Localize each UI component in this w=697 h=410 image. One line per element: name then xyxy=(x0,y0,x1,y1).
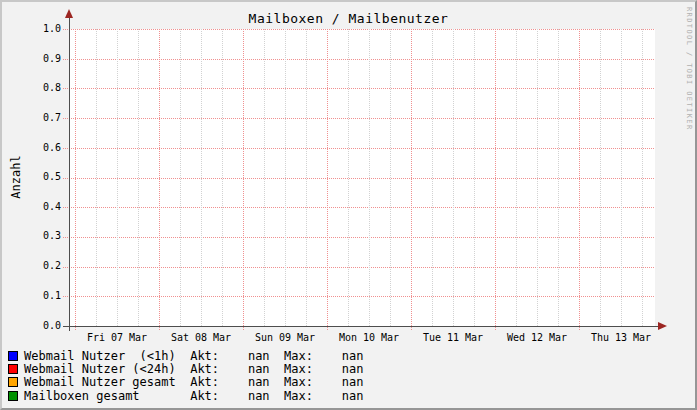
y-tick-label: 0.3 xyxy=(28,230,61,241)
x-tick-label: Sat 08 Mar xyxy=(161,332,241,343)
vgrid-major xyxy=(327,29,328,331)
hgrid xyxy=(63,118,655,119)
vgrid-minor xyxy=(348,29,349,326)
vgrid-minor xyxy=(474,29,475,326)
vgrid-minor xyxy=(96,29,97,326)
y-axis-title: Anzahl xyxy=(9,155,23,198)
legend-max-value: nan xyxy=(313,362,364,376)
legend-label: Webmail Nutzer (<1h) xyxy=(24,349,190,363)
y-tick-label: 0.4 xyxy=(28,201,61,212)
y-axis-line xyxy=(69,17,70,331)
legend-akt-value: nan xyxy=(219,375,270,389)
legend-swatch xyxy=(8,364,18,374)
vgrid-minor xyxy=(600,29,601,326)
legend-max-key: Max: xyxy=(284,362,313,376)
legend-row: Webmail Nutzer (<24h) Akt: nan Max: nan xyxy=(8,362,668,375)
legend-akt-value: nan xyxy=(219,389,270,403)
vgrid-minor xyxy=(516,29,517,326)
legend-max-key: Max: xyxy=(284,375,313,389)
hgrid xyxy=(63,148,655,149)
y-tick-label: 0.2 xyxy=(28,260,61,271)
x-tick-label: Mon 10 Mar xyxy=(329,332,409,343)
y-tick-label: 1.0 xyxy=(28,23,61,34)
legend-max-value: nan xyxy=(313,349,364,363)
vgrid-minor xyxy=(642,29,643,326)
legend-akt-key: Akt: xyxy=(190,349,219,363)
rrdtool-graph: Mailboxen / Mailbenutzer RRDTOOL / TOBI … xyxy=(0,0,697,410)
x-axis-line xyxy=(63,326,659,327)
vgrid-minor xyxy=(537,29,538,326)
y-tick-label: 0.6 xyxy=(28,142,61,153)
y-tick-label: 0.8 xyxy=(28,82,61,93)
vgrid-minor xyxy=(201,29,202,326)
legend-akt-key: Akt: xyxy=(190,362,219,376)
legend-label: Webmail Nutzer gesamt xyxy=(24,375,190,389)
hgrid xyxy=(63,207,655,208)
legend-max-value: nan xyxy=(313,389,364,403)
x-tick-label: Sun 09 Mar xyxy=(245,332,325,343)
y-tick-label: 0.9 xyxy=(28,53,61,64)
legend-akt-key: Akt: xyxy=(190,375,219,389)
vgrid-minor xyxy=(138,29,139,326)
vgrid-major xyxy=(411,29,412,331)
hgrid xyxy=(63,59,655,60)
hgrid xyxy=(63,29,655,30)
vgrid-minor xyxy=(558,29,559,326)
y-tick-label: 0.5 xyxy=(28,171,61,182)
x-tick-label: Thu 13 Mar xyxy=(581,332,661,343)
hgrid xyxy=(63,178,655,179)
vgrid-minor xyxy=(369,29,370,326)
hgrid xyxy=(63,296,655,297)
y-axis-arrow-icon xyxy=(65,9,73,18)
y-tick-label: 0.1 xyxy=(28,290,61,301)
chart-title: Mailboxen / Mailbenutzer xyxy=(2,11,695,26)
hgrid xyxy=(63,267,655,268)
y-tick-label: 0.7 xyxy=(28,112,61,123)
y-tick-label: 0.0 xyxy=(28,320,61,331)
vgrid-minor xyxy=(432,29,433,326)
legend-label: Webmail Nutzer (<24h) xyxy=(24,362,190,376)
vgrid-minor xyxy=(453,29,454,326)
vgrid-major xyxy=(75,29,76,331)
vgrid-minor xyxy=(222,29,223,326)
vgrid-minor xyxy=(390,29,391,326)
legend-row: Mailboxen gesamt Akt: nan Max: nan xyxy=(8,389,668,402)
hgrid xyxy=(63,237,655,238)
legend-max-value: nan xyxy=(313,375,364,389)
legend-label: Mailboxen gesamt xyxy=(24,389,190,403)
legend-swatch xyxy=(8,377,18,387)
vgrid-minor xyxy=(180,29,181,326)
legend-swatch xyxy=(8,391,18,401)
legend-max-key: Max: xyxy=(284,349,313,363)
x-tick-label: Fri 07 Mar xyxy=(77,332,157,343)
hgrid xyxy=(63,88,655,89)
vgrid-major xyxy=(159,29,160,331)
vgrid-major xyxy=(243,29,244,331)
legend-row: Webmail Nutzer (<1h) Akt: nan Max: nan xyxy=(8,349,668,362)
vgrid-minor xyxy=(306,29,307,326)
legend-swatch xyxy=(8,351,18,361)
x-tick-label: Wed 12 Mar xyxy=(497,332,577,343)
vgrid-major xyxy=(579,29,580,331)
vgrid-minor xyxy=(285,29,286,326)
rrdtool-watermark: RRDTOOL / TOBI OETIKER xyxy=(685,7,693,131)
legend-akt-value: nan xyxy=(219,349,270,363)
legend-row: Webmail Nutzer gesamt Akt: nan Max: nan xyxy=(8,376,668,389)
vgrid-minor xyxy=(621,29,622,326)
vgrid-minor xyxy=(117,29,118,326)
legend: Webmail Nutzer (<1h) Akt: nan Max: nan W… xyxy=(8,349,668,403)
x-tick-label: Tue 11 Mar xyxy=(413,332,493,343)
legend-akt-value: nan xyxy=(219,362,270,376)
vgrid-minor xyxy=(264,29,265,326)
legend-akt-key: Akt: xyxy=(190,389,219,403)
legend-max-key: Max: xyxy=(284,389,313,403)
x-axis-arrow-icon xyxy=(658,322,667,330)
vgrid-major xyxy=(495,29,496,331)
